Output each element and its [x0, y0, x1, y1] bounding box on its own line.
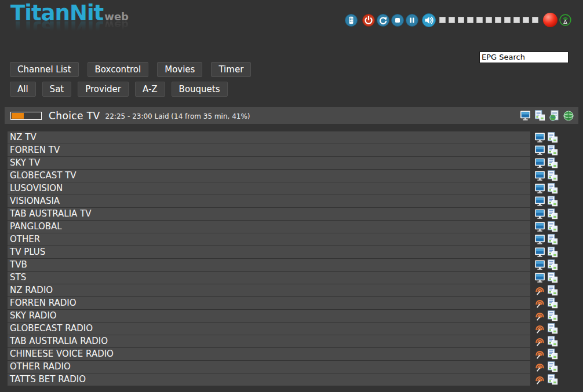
channel-name[interactable]: VISIONASIA — [8, 195, 530, 207]
zap-radio-button[interactable] — [534, 336, 545, 347]
channel-row[interactable]: CHINEESE VOICE RADIO — [8, 348, 558, 360]
channel-row[interactable]: TATTS BET RADIO — [8, 373, 558, 386]
tab-boxcontrol[interactable]: Boxcontrol — [88, 62, 149, 77]
channel-row[interactable]: GLOBECAST TV — [8, 170, 558, 182]
epg-button[interactable] — [547, 349, 558, 360]
channel-row[interactable]: TVB — [8, 259, 558, 271]
channel-row[interactable]: TAB AUSTRALIA RADIO — [8, 335, 558, 347]
channel-row[interactable]: OTHER — [8, 233, 558, 246]
channel-row[interactable]: NZ TV — [8, 131, 558, 144]
volume-step[interactable] — [532, 17, 538, 23]
channel-row[interactable]: TV PLUS — [8, 246, 558, 258]
filter-bouquets[interactable]: Bouquets — [172, 82, 228, 97]
channel-name[interactable]: CHINEESE VOICE RADIO — [8, 348, 530, 360]
volume-step[interactable] — [504, 17, 511, 23]
epg-button[interactable] — [533, 109, 546, 122]
epg-button[interactable] — [547, 259, 558, 270]
zap-tv-button[interactable] — [519, 109, 531, 122]
filter-a-z[interactable]: A-Z — [135, 82, 165, 97]
zap-tv-button[interactable] — [534, 196, 545, 207]
tab-timer[interactable]: Timer — [211, 62, 251, 77]
channel-name[interactable]: TVB — [8, 259, 530, 271]
epg-button[interactable] — [547, 208, 558, 219]
channel-name[interactable]: OTHER RADIO — [8, 361, 530, 373]
volume-step[interactable] — [523, 17, 529, 23]
channel-name[interactable]: SKY RADIO — [8, 310, 530, 322]
channel-name[interactable]: LUSOVISION — [8, 182, 530, 195]
channel-row[interactable]: OTHER RADIO — [8, 361, 558, 373]
volume-step[interactable] — [495, 17, 501, 23]
volume-step[interactable] — [513, 17, 520, 23]
zap-radio-button[interactable] — [534, 361, 545, 372]
restart-button[interactable] — [377, 14, 389, 27]
zap-tv-button[interactable] — [534, 208, 545, 219]
zap-radio-button[interactable] — [534, 374, 545, 385]
filter-sat[interactable]: Sat — [42, 82, 72, 97]
epg-button[interactable] — [547, 170, 558, 181]
channel-row[interactable]: PANGLOBAL — [8, 221, 558, 233]
channel-name[interactable]: GLOBECAST RADIO — [8, 323, 530, 335]
record-indicator-icon[interactable] — [543, 13, 558, 27]
volume-step[interactable] — [486, 17, 492, 23]
power-button[interactable] — [362, 14, 375, 27]
filter-provider[interactable]: Provider — [78, 82, 129, 97]
epg-button[interactable] — [547, 361, 558, 372]
pause-button[interactable] — [406, 14, 418, 27]
channel-row[interactable]: VISIONASIA — [8, 195, 558, 207]
epg-button[interactable] — [547, 310, 558, 321]
channel-row[interactable]: FORREN TV — [8, 144, 558, 156]
epg-button[interactable] — [547, 323, 558, 334]
channel-row[interactable]: STS — [8, 272, 558, 284]
zap-radio-button[interactable] — [534, 285, 545, 296]
zap-tv-button[interactable] — [534, 247, 545, 258]
channel-name[interactable]: GLOBECAST TV — [8, 170, 530, 182]
zap-tv-button[interactable] — [534, 132, 545, 143]
epg-button[interactable] — [547, 221, 558, 232]
epg-button[interactable] — [547, 285, 558, 296]
epg-button[interactable] — [547, 196, 558, 207]
zap-radio-button[interactable] — [534, 298, 545, 309]
epg-button[interactable] — [547, 183, 558, 194]
channel-row[interactable]: SKY TV — [8, 157, 558, 169]
channel-name[interactable]: PANGLOBAL — [8, 221, 530, 233]
channel-name[interactable]: FORREN RADIO — [8, 297, 530, 309]
channel-name[interactable]: TAB AUSTRALIA RADIO — [8, 335, 530, 347]
zap-tv-button[interactable] — [534, 157, 545, 168]
zap-tv-button[interactable] — [534, 234, 545, 245]
zap-tv-button[interactable] — [534, 145, 545, 156]
tab-channel-list[interactable]: Channel List — [10, 62, 79, 77]
epg-button[interactable] — [547, 157, 558, 168]
stop-button[interactable] — [391, 14, 404, 27]
epg-button[interactable] — [547, 298, 558, 309]
zap-tv-button[interactable] — [534, 221, 545, 232]
zap-tv-button[interactable] — [534, 170, 545, 181]
epg-button[interactable] — [547, 336, 558, 347]
channel-name[interactable]: STS — [8, 272, 530, 284]
epg-button[interactable] — [547, 272, 558, 283]
channel-name[interactable]: FORREN TV — [8, 144, 530, 156]
zap-tv-button[interactable] — [534, 183, 545, 194]
epg-button[interactable] — [547, 234, 558, 245]
zap-tv-button[interactable] — [534, 272, 545, 283]
volume-step[interactable] — [449, 17, 455, 23]
channel-name[interactable]: TATTS BET RADIO — [8, 373, 530, 386]
volume-step[interactable] — [467, 17, 473, 23]
zap-tv-button[interactable] — [534, 259, 545, 270]
epg-button[interactable] — [547, 247, 558, 258]
channel-row[interactable]: SKY RADIO — [8, 310, 558, 322]
stream-button[interactable] — [559, 14, 571, 26]
epg-button[interactable] — [547, 145, 558, 156]
epg-button[interactable] — [547, 374, 558, 385]
tab-movies[interactable]: Movies — [157, 62, 202, 77]
remote-control-button[interactable] — [345, 14, 358, 27]
channel-row[interactable]: LUSOVISION — [8, 182, 558, 195]
volume-mute-button[interactable] — [422, 13, 436, 27]
channel-row[interactable]: TAB AUSTRALIA TV — [8, 208, 558, 220]
epg-button[interactable] — [547, 132, 558, 143]
stream-web-button[interactable] — [562, 109, 575, 122]
zap-radio-button[interactable] — [534, 310, 545, 321]
channel-row[interactable]: FORREN RADIO — [8, 297, 558, 309]
volume-step[interactable] — [476, 17, 483, 23]
volume-step[interactable] — [439, 17, 446, 23]
channel-name[interactable]: TV PLUS — [8, 246, 530, 258]
